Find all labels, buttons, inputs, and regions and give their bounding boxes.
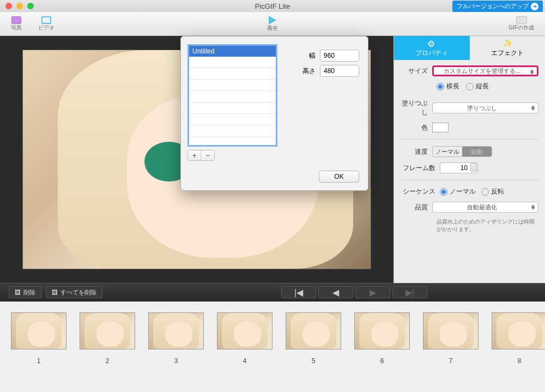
- delete-frame-button[interactable]: 削除: [9, 286, 41, 298]
- arrow-right-icon: ➔: [531, 3, 538, 10]
- size-preset-row[interactable]: [189, 57, 276, 68]
- toolbar-photo[interactable]: 写真: [11, 16, 22, 32]
- effects-icon: [503, 39, 512, 47]
- frame-thumbnail: [492, 312, 545, 349]
- gif-icon: [516, 16, 527, 24]
- timeline-frame[interactable]: 5: [286, 312, 341, 392]
- sequence-normal-radio[interactable]: ノーマル: [440, 187, 476, 196]
- size-preset-row[interactable]: [189, 102, 276, 114]
- add-preset-button[interactable]: +: [188, 150, 201, 160]
- upgrade-button[interactable]: フルバージョンへのアップ ➔: [452, 1, 543, 12]
- frame-number: 1: [37, 357, 41, 365]
- toolbar-video-label: ビデオ: [38, 24, 55, 32]
- fill-select[interactable]: 塗りつぶし: [432, 102, 538, 113]
- timeline-frame[interactable]: 4: [217, 312, 272, 392]
- sequence-reverse-radio[interactable]: 反転: [481, 187, 504, 196]
- frame-number: 4: [243, 357, 247, 365]
- frame-number: 3: [174, 357, 178, 365]
- size-preset-row[interactable]: [189, 68, 276, 80]
- radio-off-icon: [481, 188, 489, 196]
- timeline-frame[interactable]: 2: [80, 312, 135, 392]
- separator: [401, 180, 538, 180]
- toolbar-photo-label: 写真: [11, 24, 22, 32]
- height-input[interactable]: [320, 65, 359, 77]
- timeline-frame[interactable]: 7: [423, 312, 479, 392]
- frame-thumbnail: [148, 312, 204, 349]
- radio-on-icon: [440, 188, 447, 196]
- go-last-button[interactable]: ▶|: [392, 286, 427, 298]
- quality-label: 品質: [401, 203, 432, 212]
- height-label: 高さ: [302, 67, 316, 76]
- toolbar-video[interactable]: ビデオ: [38, 16, 55, 32]
- size-preset-item-selected[interactable]: Untitled: [189, 46, 276, 57]
- bottom-toolbar: 削除 すべてを削除 |◀ ◀ ▶ ▶|: [0, 283, 545, 301]
- color-swatch[interactable]: [432, 123, 449, 132]
- toolbar-play-label: 再生: [267, 25, 278, 32]
- speed-toggle[interactable]: ノーマル 自動: [432, 146, 492, 157]
- toolbar-play[interactable]: 再生: [267, 16, 278, 32]
- go-first-button[interactable]: |◀: [281, 286, 316, 298]
- frames-label: フレーム数: [401, 164, 440, 173]
- separator: [401, 139, 538, 140]
- frames-stepper[interactable]: [470, 163, 477, 172]
- play-icon: [269, 16, 276, 25]
- tab-effect[interactable]: エフェクト: [470, 36, 546, 60]
- title-bar: PicGIF Lite フルバージョンへのアップ ➔: [0, 0, 545, 12]
- frame-thumbnail: [423, 312, 479, 349]
- timeline-frame[interactable]: 6: [354, 312, 410, 392]
- toolbar-create-gif[interactable]: GIFの作成: [508, 16, 534, 32]
- size-preset-row[interactable]: [189, 91, 276, 102]
- image-icon: [15, 289, 21, 295]
- custom-size-dialog: Untitled + − 幅 高さ OK: [180, 36, 368, 191]
- speed-label: 速度: [401, 147, 432, 156]
- size-preset-row[interactable]: [189, 125, 276, 137]
- orientation-horizontal-radio[interactable]: 横長: [437, 82, 459, 91]
- color-label: 色: [401, 123, 432, 132]
- size-preset-row[interactable]: [189, 80, 276, 91]
- quality-hint: 品質向上のためのディザリングには時間がかかります。: [401, 218, 538, 233]
- frame-thumbnail: [80, 312, 135, 349]
- tab-property-label: プロパティ: [415, 49, 448, 58]
- ok-button[interactable]: OK: [319, 171, 359, 183]
- upgrade-label: フルバージョンへのアップ: [457, 2, 529, 10]
- playback-controls: |◀ ◀ ▶ ▶|: [281, 286, 427, 298]
- delete-all-frames-button[interactable]: すべてを削除: [46, 286, 102, 298]
- frame-number: 5: [312, 357, 316, 365]
- sequence-label: シーケンス: [401, 187, 440, 196]
- frame-thumbnail: [286, 312, 341, 349]
- frame-thumbnail: [11, 312, 66, 349]
- orientation-vertical-radio[interactable]: 縦長: [466, 82, 489, 91]
- gear-icon: [427, 39, 436, 47]
- tab-property[interactable]: プロパティ: [394, 36, 470, 60]
- fill-label: 塗りつぶし: [401, 99, 432, 117]
- speed-normal-segment[interactable]: ノーマル: [433, 147, 462, 156]
- properties-panel: プロパティ エフェクト サイズ カスタムサイズを管理する... 横長 縦長 塗り…: [393, 36, 545, 283]
- frame-thumbnail: [217, 312, 272, 349]
- frame-number: 7: [449, 357, 453, 365]
- radio-off-icon: [466, 83, 474, 91]
- size-select[interactable]: カスタムサイズを管理する...: [432, 65, 538, 76]
- quality-select[interactable]: 自動最適化: [432, 202, 538, 213]
- timeline-frame[interactable]: 3: [148, 312, 204, 392]
- photo-icon: [11, 16, 21, 24]
- timeline-frame[interactable]: 8: [492, 312, 545, 392]
- size-preset-list[interactable]: Untitled: [187, 44, 277, 147]
- next-frame-button[interactable]: ▶: [355, 286, 390, 298]
- radio-on-icon: [437, 83, 444, 91]
- frame-number: 8: [518, 357, 522, 365]
- size-preset-row[interactable]: [189, 114, 276, 125]
- frame-number: 6: [380, 357, 384, 365]
- tab-effect-label: エフェクト: [491, 49, 524, 58]
- prev-frame-button[interactable]: ◀: [318, 286, 353, 298]
- frame-thumbnail: [354, 312, 410, 349]
- size-label: サイズ: [401, 67, 432, 76]
- frame-number: 2: [106, 357, 110, 365]
- speed-auto-segment[interactable]: 自動: [462, 147, 492, 156]
- width-label: 幅: [309, 51, 316, 61]
- toolbar-create-gif-label: GIFの作成: [508, 24, 534, 32]
- width-input[interactable]: [320, 50, 359, 62]
- timeline-frame[interactable]: 1: [11, 312, 66, 392]
- video-icon: [41, 16, 51, 24]
- remove-preset-button[interactable]: −: [201, 150, 214, 160]
- timeline: 1 2 3 4 5 6 7 8: [0, 301, 545, 392]
